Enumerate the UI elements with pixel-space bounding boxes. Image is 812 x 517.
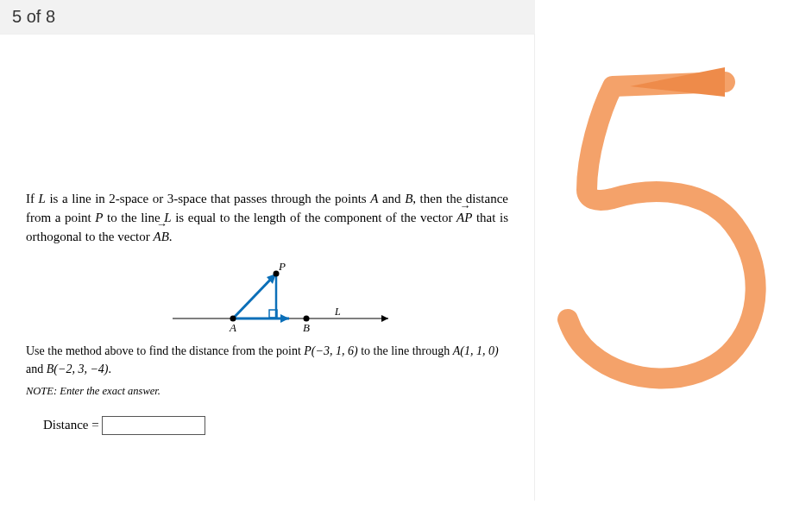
text: and [378, 192, 405, 205]
vector-AP: AP [456, 209, 472, 228]
diagram-label-P: P [278, 260, 286, 273]
point-A: A(1, 1, 0) [453, 344, 499, 357]
question-box: If L is a line in 2-space or 3-space tha… [26, 190, 508, 435]
note-text: NOTE: Enter the exact answer. [26, 383, 508, 399]
svg-marker-11 [630, 67, 725, 97]
var-B: B [405, 192, 412, 205]
text: . [169, 230, 173, 243]
point-P: P(−3, 1, 6) [304, 344, 357, 357]
var-L: L [39, 192, 46, 205]
vector-AB: AB [153, 228, 168, 247]
geometry-diagram: A B P L [129, 258, 406, 336]
diagram-label-B: B [303, 321, 310, 334]
answer-row: Distance = [43, 416, 508, 435]
svg-marker-3 [280, 314, 289, 323]
problem-statement: Use the method above to find the distanc… [26, 343, 508, 378]
svg-marker-1 [381, 315, 388, 322]
progress-header: 5 of 8 [0, 0, 535, 35]
progress-text: 5 of 8 [12, 7, 55, 26]
text: If [26, 192, 39, 205]
text: to the line through [358, 344, 453, 357]
distance-input[interactable] [102, 416, 205, 435]
handwritten-annotation-5 [552, 60, 794, 406]
diagram-label-A: A [229, 321, 236, 334]
text: is a line in 2-space or 3-space that pas… [46, 192, 370, 205]
content-area: If L is a line in 2-space or 3-space tha… [0, 35, 535, 501]
instruction-paragraph: If L is a line in 2-space or 3-space tha… [26, 190, 508, 246]
text: and [26, 363, 47, 375]
text: . [109, 363, 112, 375]
var-P: P [95, 211, 103, 224]
point-B: B(−2, 3, −4) [47, 363, 109, 375]
answer-label: Distance = [43, 418, 102, 432]
text: Use the method above to find the distanc… [26, 344, 304, 357]
text: is equal to the length of the component … [172, 211, 456, 224]
diagram-label-L: L [334, 306, 341, 318]
